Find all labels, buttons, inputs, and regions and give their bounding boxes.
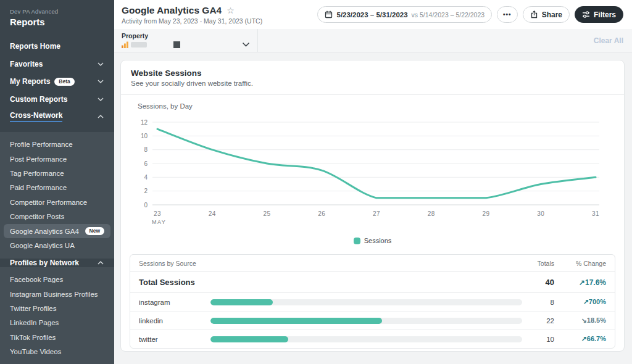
row-bar-track xyxy=(210,318,522,324)
chart-container: 024681012232425262728293031MAY xyxy=(130,115,624,230)
sidebar-header: Dev PA Advanced Reports xyxy=(0,0,114,33)
property-name-redacted xyxy=(131,42,147,48)
total-row-change: ↗17.6% xyxy=(554,278,606,287)
sidebar-item-competitor-performance[interactable]: Competitor Performance xyxy=(0,195,114,209)
sidebar-item-google-analytics-ua[interactable]: Google Analytics UA xyxy=(0,238,114,252)
workspace-name: Dev PA Advanced xyxy=(10,8,104,15)
column-header-source: Sessions by Source xyxy=(139,260,523,267)
sidebar-item-label: LinkedIn Pages xyxy=(10,319,59,326)
date-range-label: 5/23/2023 – 5/31/2023 xyxy=(336,11,407,19)
property-dropdown[interactable]: Property xyxy=(114,29,258,52)
sidebar-item-custom-reports[interactable]: Custom Reports xyxy=(0,91,114,109)
sidebar-item-label: TikTok Profiles xyxy=(10,334,56,341)
x-axis-tick: 26 xyxy=(318,210,325,217)
table-header-row: Sessions by Source Totals % Change xyxy=(130,255,615,272)
sidebar-item-facebook-pages[interactable]: Facebook Pages xyxy=(0,273,114,287)
sidebar-item-favorites[interactable]: Favorites xyxy=(0,56,114,73)
sidebar-item-my-reports[interactable]: My ReportsBeta xyxy=(0,73,114,91)
date-range-button[interactable]: 5/23/2023 – 5/31/2023 vs 5/14/2023 – 5/2… xyxy=(317,6,492,23)
calendar-icon xyxy=(325,10,333,19)
property-value-redacted xyxy=(173,41,180,48)
sidebar-item-competitor-posts[interactable]: Competitor Posts xyxy=(0,209,114,223)
total-row-value: 40 xyxy=(523,278,554,287)
sidebar-item-paid-performance[interactable]: Paid Performance xyxy=(0,181,114,195)
google-analytics-icon xyxy=(122,41,129,48)
sidebar-item-label: My Reports xyxy=(10,77,50,86)
sidebar-item-label: Tag Performance xyxy=(10,170,64,177)
y-axis-tick: 12 xyxy=(141,119,148,126)
x-axis-tick: 23 xyxy=(154,210,161,217)
sidebar-item-youtube-videos[interactable]: YouTube Videos xyxy=(0,345,114,359)
report-header: Google Analytics GA4 ☆ Activity from May… xyxy=(114,0,632,29)
filters-label: Filters xyxy=(594,10,616,19)
legend-sessions[interactable]: Sessions xyxy=(121,237,624,244)
chevron-down-icon xyxy=(97,78,104,85)
sidebar-item-label: Paid Performance xyxy=(10,184,67,191)
row-total-value: 22 xyxy=(523,317,554,325)
main-area: Google Analytics GA4 ☆ Activity from May… xyxy=(114,0,632,364)
share-icon xyxy=(530,10,538,19)
activity-range-subtitle: Activity from May 23, 2023 - May 31, 202… xyxy=(122,17,317,25)
sidebar-item-twitter-profiles[interactable]: Twitter Profiles xyxy=(0,301,114,315)
sidebar-item-instagram-business-profiles[interactable]: Instagram Business Profiles xyxy=(0,287,114,301)
sessions-line-chart: 024681012232425262728293031MAY xyxy=(130,115,617,227)
favorite-star-icon[interactable]: ☆ xyxy=(227,6,235,15)
chevron-down-icon xyxy=(97,61,104,67)
sidebar-item-profile-performance[interactable]: Profile Performance xyxy=(0,138,114,152)
table-row-twitter: twitter10↗66.7% xyxy=(130,330,615,348)
chevron-down-icon xyxy=(97,96,104,102)
sidebar-item-label: Profile Performance xyxy=(10,141,73,148)
date-compare-label: vs 5/14/2023 – 5/22/2023 xyxy=(412,11,485,19)
y-axis-tick: 10 xyxy=(141,133,148,139)
sidebar-item-label: Google Analytics UA xyxy=(10,242,75,249)
row-change-value: ↗700% xyxy=(554,298,606,306)
title-block: Google Analytics GA4 ☆ Activity from May… xyxy=(122,5,317,25)
sidebar-item-reports-home[interactable]: Reports Home xyxy=(0,38,114,56)
y-axis-tick: 2 xyxy=(144,188,148,194)
sidebar-item-label: YouTube Videos xyxy=(10,348,61,355)
sidebar-item-label: Google Analytics GA4 xyxy=(10,228,79,235)
row-total-value: 8 xyxy=(523,299,554,306)
sidebar-item-pinterest-profiles[interactable]: Pinterest Profiles xyxy=(0,359,114,364)
filters-icon xyxy=(582,10,590,19)
sidebar-item-cross-network[interactable]: Cross-Network xyxy=(0,108,114,126)
x-axis-tick: 25 xyxy=(263,210,270,217)
chevron-down-icon xyxy=(242,42,250,48)
share-label: Share xyxy=(542,10,562,19)
row-bar-fill xyxy=(210,336,288,342)
row-bar-fill xyxy=(210,318,382,324)
sidebar: Dev PA Advanced Reports Reports HomeFavo… xyxy=(0,0,114,364)
header-actions: 5/23/2023 – 5/31/2023 vs 5/14/2023 – 5/2… xyxy=(317,6,623,23)
row-total-value: 10 xyxy=(523,336,554,343)
clear-all-button[interactable]: Clear All xyxy=(594,36,632,45)
total-sessions-row: Total Sessions 40 ↗17.6% xyxy=(130,272,615,293)
report-content: Website Sessions See your socially drive… xyxy=(114,52,632,364)
x-axis-group-label: MAY xyxy=(152,219,166,225)
sidebar-item-label: Post Performance xyxy=(10,155,67,163)
sidebar-item-linkedin-pages[interactable]: LinkedIn Pages xyxy=(0,316,114,330)
x-axis-tick: 31 xyxy=(592,210,599,217)
x-axis-tick: 28 xyxy=(428,210,435,217)
filters-button[interactable]: Filters xyxy=(575,6,623,23)
card-title: Website Sessions xyxy=(131,68,614,78)
card-subtitle: See your socially driven website traffic… xyxy=(131,80,614,87)
y-axis-tick: 8 xyxy=(144,146,148,153)
sidebar-item-tiktok-profiles[interactable]: TikTok Profiles xyxy=(0,330,114,344)
sidebar-item-label: Instagram Business Profiles xyxy=(10,291,98,298)
chart-title: Sessions, by Day xyxy=(138,102,624,110)
share-button[interactable]: Share xyxy=(523,6,570,23)
y-axis-tick: 4 xyxy=(144,174,148,181)
sidebar-item-profiles-by-network[interactable]: Profiles by Network xyxy=(0,259,114,267)
row-change-value: ↗66.7% xyxy=(554,335,606,343)
x-axis-tick: 24 xyxy=(209,210,216,217)
row-source-label: twitter xyxy=(139,336,210,343)
more-options-button[interactable]: ••• xyxy=(497,6,518,23)
sidebar-item-label: Custom Reports xyxy=(10,95,67,104)
table-row-linkedin: linkedin22↘18.5% xyxy=(130,312,615,330)
sidebar-item-label: Competitor Posts xyxy=(10,213,64,220)
sidebar-item-tag-performance[interactable]: Tag Performance xyxy=(0,166,114,180)
row-change-value: ↘18.5% xyxy=(554,316,606,325)
sidebar-item-label: Twitter Profiles xyxy=(10,305,56,312)
sidebar-item-google-analytics-ga4[interactable]: Google Analytics GA4New xyxy=(4,224,110,238)
sidebar-item-post-performance[interactable]: Post Performance xyxy=(0,152,114,166)
